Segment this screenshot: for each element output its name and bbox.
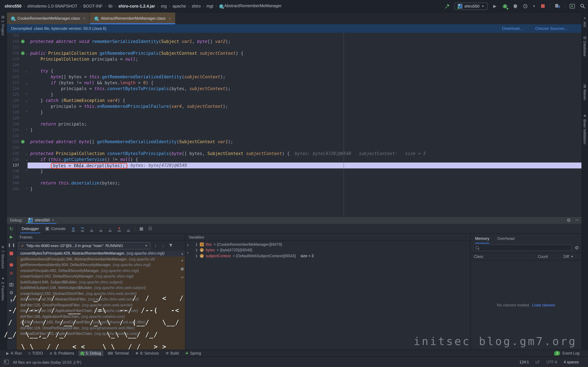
gear-icon[interactable]: ⚙ — [567, 217, 571, 223]
show-execution-point-button[interactable]: ≡ — [70, 226, 76, 231]
variable-row[interactable]: ❯pbytes = {byte[4720]@6548} — [185, 247, 470, 253]
toolwindow-button-debug[interactable]: 5: Debug — [78, 350, 103, 356]
line-number[interactable]: 136 — [7, 157, 19, 163]
line-number[interactable]: 138 — [7, 168, 19, 174]
line-number[interactable]: 134 — [7, 145, 19, 151]
view-breakpoints-button[interactable] — [9, 262, 14, 267]
rerun-button[interactable]: ↻ — [9, 226, 14, 231]
build-hammer-icon[interactable] — [444, 3, 450, 9]
stop-button[interactable] — [9, 251, 14, 256]
file-encoding[interactable]: UTF-8 — [546, 360, 557, 364]
layout-settings-button[interactable]: ☷ — [148, 226, 153, 231]
variable-row[interactable]: ❯psubjectContext = {DefaultWebSubjectCon… — [185, 253, 470, 259]
breadcrumb-item[interactable]: C AbstractRememberMeManager — [219, 4, 281, 8]
copy-stack-icon[interactable]: ▣ — [181, 267, 184, 271]
override-gutter-icon[interactable]: ↓ — [21, 40, 25, 43]
stack-frame-row[interactable]: internalDoFilter:193, ApplicationFilterC… — [17, 308, 185, 314]
stack-frame-row[interactable]: doFilter:119, OncePerRequestFilter,(org.… — [17, 325, 185, 331]
line-number[interactable]: 125 — [7, 92, 19, 98]
line-number[interactable]: 132 — [7, 133, 19, 139]
fold-marker-icon[interactable]: ⌃ — [26, 109, 27, 115]
line-number[interactable]: 115 — [7, 33, 19, 39]
run-button[interactable]: ▶ — [492, 3, 498, 9]
next-frame-button[interactable]: ↓ — [161, 243, 165, 248]
line-separator[interactable]: LF — [536, 360, 540, 364]
line-number[interactable]: 124 — [7, 86, 19, 92]
step-over-button[interactable]: ↷ — [80, 226, 85, 231]
stack-frame-row[interactable]: convertBytesToPrincipals:429, AbstractRe… — [17, 251, 185, 256]
run-to-cursor-button[interactable]: → — [126, 226, 131, 231]
line-number[interactable]: 118 — [7, 50, 19, 56]
stack-frame-row[interactable]: createSubject:342, DefaultSecurityManage… — [17, 274, 185, 279]
toolwindow-button-todo[interactable]: ≡TODO — [26, 350, 45, 356]
toolwindow-button-terminal[interactable]: ⌨Terminal — [105, 350, 131, 356]
breadcrumb-item[interactable]: shiro — [192, 4, 201, 8]
breadcrumb-item[interactable]: shiro550 — [5, 4, 21, 8]
tab-console[interactable]: ❯Console — [44, 224, 67, 233]
fold-marker-icon[interactable]: ⌃ — [26, 168, 27, 174]
chevron-right-icon[interactable]: ❯ — [195, 254, 198, 258]
fold-marker-icon[interactable]: ⌄ — [26, 157, 27, 163]
line-number[interactable]: 119 — [7, 56, 19, 62]
stop-button[interactable] — [540, 3, 546, 9]
coverage-button[interactable] — [512, 3, 518, 9]
force-step-into-button[interactable]: ↓ — [98, 226, 104, 231]
event-log-button[interactable]: 1 Event Log — [554, 351, 579, 356]
thread-selector[interactable]: ✓ "http-nio-8080-exec-10"@6...3 in group… — [18, 242, 150, 249]
fold-marker-icon[interactable]: ⌃ — [26, 92, 27, 98]
line-number[interactable]: 141 — [7, 186, 19, 192]
scroll-down-icon[interactable]: ▼ — [181, 259, 184, 262]
line-number[interactable]: 117 — [7, 45, 19, 50]
choose-sources-link[interactable]: Choose Sources... — [535, 26, 568, 31]
toolwindow-button-build[interactable]: ⚒Build — [163, 350, 181, 356]
previous-frame-button[interactable]: ↑ — [153, 243, 158, 248]
line-number[interactable]: 127 — [7, 104, 19, 109]
override-gutter-icon[interactable]: ↓ — [21, 140, 25, 143]
line-number[interactable]: 116 — [7, 39, 19, 45]
memory-search-input[interactable] — [473, 244, 572, 251]
toolwindow-button-run[interactable]: ▶4: Run — [4, 350, 24, 356]
hide-icon[interactable]: ─ — [575, 217, 578, 223]
search-everywhere-icon[interactable] — [579, 3, 585, 9]
load-classes-link[interactable]: Load classes — [532, 303, 555, 307]
stack-frame-row[interactable]: internalDoFilter:193, ApplicationFilterC… — [17, 331, 185, 337]
editor-tab[interactable]: CAbstractRememberMeManager.class× — [90, 12, 175, 24]
breadcrumb-item[interactable]: BOOT-INF — [83, 4, 103, 8]
breadcrumb-item[interactable]: lib — [108, 4, 112, 8]
stack-frame-row[interactable]: doFilter:166, ApplicationFilterChain,(or… — [17, 314, 185, 319]
fold-marker-icon[interactable]: ⌃ — [26, 186, 27, 192]
fold-marker-icon[interactable]: ⌄ — [26, 151, 27, 157]
sidebar-item-ant[interactable]: ✳Ant — [583, 17, 587, 27]
close-icon[interactable]: × — [83, 17, 86, 20]
fold-marker-icon[interactable]: ⌄ — [26, 80, 27, 86]
pause-button[interactable] — [9, 242, 14, 248]
chevron-down-icon[interactable]: ▼ — [533, 4, 536, 8]
line-number[interactable]: 120 — [7, 62, 19, 68]
step-out-button[interactable]: ↑ — [107, 226, 113, 231]
indent-setting[interactable]: 4 spaces — [564, 360, 579, 364]
sidebar-item-maven[interactable]: mMaven — [583, 84, 587, 100]
fold-marker-icon[interactable]: ⌄ — [26, 50, 27, 56]
line-number[interactable]: 137 — [7, 163, 19, 168]
close-icon[interactable]: × — [52, 218, 54, 223]
line-number[interactable]: 130 — [7, 121, 19, 127]
line-number[interactable]: 129 — [7, 115, 19, 121]
fold-marker-icon[interactable]: ⌄ — [26, 98, 27, 104]
download-link[interactable]: Download... — [502, 26, 523, 31]
breadcrumb-item[interactable]: apache — [173, 4, 186, 8]
snapshot-camera-button[interactable] — [9, 282, 14, 287]
step-into-button[interactable]: ↓ — [89, 226, 95, 231]
line-number[interactable]: 139 — [7, 174, 19, 180]
toolwindow-button-services[interactable]: ❖8: Services — [133, 350, 161, 356]
fold-marker-icon[interactable]: ⌃ — [26, 127, 27, 133]
chevron-right-icon[interactable]: ❯ — [195, 243, 198, 246]
layout-icon[interactable] — [4, 360, 9, 364]
stack-frame-row[interactable]: doFilterInternal:100, RequestContextFilt… — [17, 319, 185, 325]
close-icon[interactable]: × — [169, 17, 171, 20]
stack-frame-row[interactable]: buildSubject:846, Subject$Builder,(org.a… — [17, 279, 185, 285]
code-editor[interactable]: 115116↓protected abstract void rememberS… — [7, 33, 581, 216]
run-anything-button[interactable] — [569, 3, 575, 9]
run-configuration-selector[interactable]: shiro550 ▼ — [454, 2, 488, 10]
caret-position[interactable]: 124:1 — [519, 360, 529, 364]
stack-frame-row[interactable]: doFilter:125, OncePerRequestFilter,(org.… — [17, 302, 185, 308]
